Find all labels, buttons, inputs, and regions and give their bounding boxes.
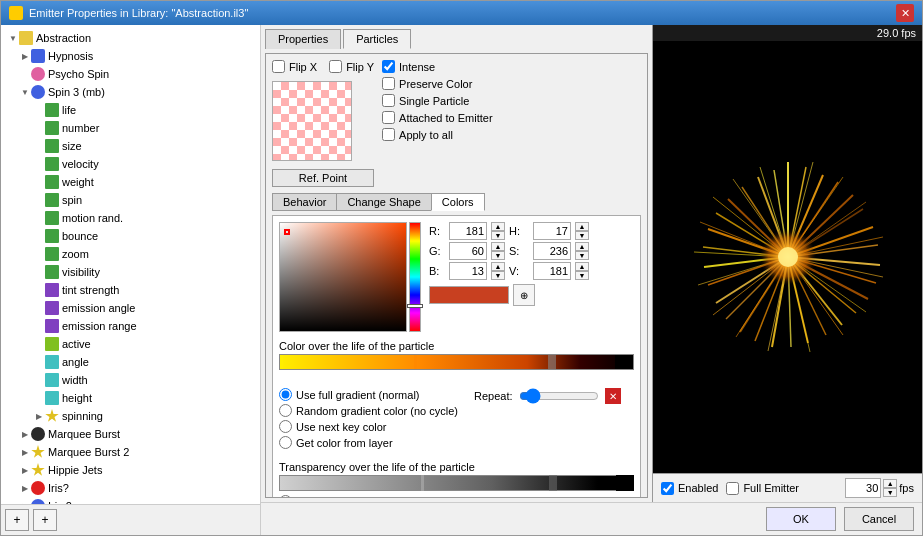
tree-item-hypnosis[interactable]: ▶ Hypnosis: [5, 47, 256, 65]
tree-item-tint-strength[interactable]: tint strength: [5, 281, 256, 299]
tree-label: Spin 3 (mb): [48, 86, 105, 98]
tree-label: height: [62, 392, 92, 404]
tree-label: Marquee Burst: [48, 428, 120, 440]
color-swatch[interactable]: [429, 286, 509, 304]
trans-bar-wrapper: [279, 475, 634, 491]
apply-all-checkbox[interactable]: [382, 128, 395, 141]
repeat-clear-button[interactable]: ✕: [605, 388, 621, 404]
g-input[interactable]: [449, 242, 487, 260]
g-down-button[interactable]: ▼: [491, 251, 505, 260]
radio-full-gradient[interactable]: [279, 388, 292, 401]
tree-item-motion-rand[interactable]: motion rand.: [5, 209, 256, 227]
subtab-behavior[interactable]: Behavior: [272, 193, 337, 211]
subtab-colors[interactable]: Colors: [431, 193, 485, 211]
tree-item-iris2[interactable]: ▶ Iris 2: [5, 497, 256, 504]
radio-from-layer[interactable]: [279, 436, 292, 449]
tree-item-spin[interactable]: spin: [5, 191, 256, 209]
repeat-slider[interactable]: [519, 388, 599, 404]
r-up-button[interactable]: ▲: [491, 222, 505, 231]
fps-down-button[interactable]: ▼: [883, 488, 897, 497]
tab-properties[interactable]: Properties: [265, 29, 341, 49]
tree-item-emission-range[interactable]: emission range: [5, 317, 256, 335]
tree-item-angle[interactable]: angle: [5, 353, 256, 371]
expand-spacer: [33, 230, 45, 242]
expand-icon: ▶: [19, 428, 31, 440]
tree-item-velocity[interactable]: velocity: [5, 155, 256, 173]
r-down-button[interactable]: ▼: [491, 231, 505, 240]
tree-item-marquee-burst2[interactable]: ▶ Marquee Burst 2: [5, 443, 256, 461]
r-input[interactable]: [449, 222, 487, 240]
expand-spacer: [33, 392, 45, 404]
b-input[interactable]: [449, 262, 487, 280]
close-button[interactable]: ✕: [896, 4, 914, 22]
h-input[interactable]: [533, 222, 571, 240]
trans-track[interactable]: [279, 475, 634, 491]
trans-radio-full-label: Use full gradient (normal): [279, 495, 634, 498]
b-up-button[interactable]: ▲: [491, 262, 505, 271]
add-child-button[interactable]: +: [33, 509, 57, 531]
h-up-button[interactable]: ▲: [575, 222, 589, 231]
radio-random[interactable]: [279, 404, 292, 417]
tree-item-iris[interactable]: ▶ Iris?: [5, 479, 256, 497]
gradient-track[interactable]: [279, 354, 634, 370]
tree-item-active[interactable]: active: [5, 335, 256, 353]
full-emitter-checkbox[interactable]: [726, 482, 739, 495]
flip-y-checkbox[interactable]: [329, 60, 342, 73]
ref-point-button[interactable]: Ref. Point: [272, 169, 374, 187]
tree-item-psycho-spin[interactable]: Psycho Spin: [5, 65, 256, 83]
bottom-toolbar: OK Cancel: [261, 502, 922, 535]
intense-checkbox[interactable]: [382, 60, 395, 73]
tree-item-size[interactable]: size: [5, 137, 256, 155]
subtab-change-shape[interactable]: Change Shape: [336, 193, 431, 211]
tree-item-marquee-burst[interactable]: ▶ Marquee Burst: [5, 425, 256, 443]
add-item-button[interactable]: +: [5, 509, 29, 531]
s-up-button[interactable]: ▲: [575, 242, 589, 251]
tree-item-weight[interactable]: weight: [5, 173, 256, 191]
preserve-color-checkbox[interactable]: [382, 77, 395, 90]
cancel-button[interactable]: Cancel: [844, 507, 914, 531]
flip-x-checkbox[interactable]: [272, 60, 285, 73]
property-icon: [45, 265, 59, 279]
tree-item-emission-angle[interactable]: emission angle: [5, 299, 256, 317]
main-window: Emitter Properties in Library: "Abstract…: [0, 0, 923, 536]
fps-number-input[interactable]: [845, 478, 881, 498]
h-down-button[interactable]: ▼: [575, 231, 589, 240]
s-down-button[interactable]: ▼: [575, 251, 589, 260]
tab-particles[interactable]: Particles: [343, 29, 411, 49]
color-gradient-box[interactable]: [279, 222, 407, 332]
tree-item-life[interactable]: life: [5, 101, 256, 119]
expand-spacer: [33, 356, 45, 368]
radio-next-key[interactable]: [279, 420, 292, 433]
tree-item-zoom[interactable]: zoom: [5, 245, 256, 263]
intense-text: Intense: [399, 61, 435, 73]
tree-item-height[interactable]: height: [5, 389, 256, 407]
tree-item-abstraction[interactable]: ▼ Abstraction: [5, 29, 256, 47]
intense-label: Intense: [382, 60, 493, 73]
enabled-checkbox[interactable]: [661, 482, 674, 495]
tree-item-bounce[interactable]: bounce: [5, 227, 256, 245]
b-down-button[interactable]: ▼: [491, 271, 505, 280]
property-icon: [45, 157, 59, 171]
eyedropper-button[interactable]: ⊕: [513, 284, 535, 306]
g-up-button[interactable]: ▲: [491, 242, 505, 251]
tree-item-spin3[interactable]: ▼ Spin 3 (mb): [5, 83, 256, 101]
emitter-icon: [31, 85, 45, 99]
v-down-button[interactable]: ▼: [575, 271, 589, 280]
single-particle-checkbox[interactable]: [382, 94, 395, 107]
single-particle-text: Single Particle: [399, 95, 469, 107]
ok-button[interactable]: OK: [766, 507, 836, 531]
tree-item-visibility[interactable]: visibility: [5, 263, 256, 281]
fps-up-button[interactable]: ▲: [883, 479, 897, 488]
hue-slider[interactable]: [409, 222, 421, 334]
attached-checkbox[interactable]: [382, 111, 395, 124]
v-up-button[interactable]: ▲: [575, 262, 589, 271]
v-input[interactable]: [533, 262, 571, 280]
trans-radio-options: Use full gradient (normal) Link transpar…: [279, 495, 634, 498]
radio-from-layer-text: Get color from layer: [296, 437, 393, 449]
tree-item-spinning[interactable]: ▶ spinning: [5, 407, 256, 425]
tree-item-hippie-jets[interactable]: ▶ Hippie Jets: [5, 461, 256, 479]
tree-item-number[interactable]: number: [5, 119, 256, 137]
s-input[interactable]: [533, 242, 571, 260]
tree-item-width[interactable]: width: [5, 371, 256, 389]
trans-radio-full[interactable]: [279, 495, 292, 498]
